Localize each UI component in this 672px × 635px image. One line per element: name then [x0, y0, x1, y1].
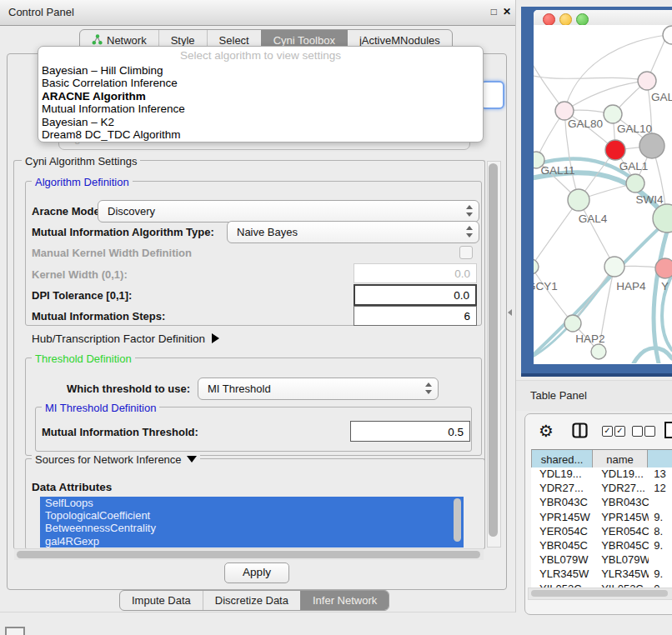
manual-kernel-label: Manual Kernel Width Definition: [32, 247, 192, 259]
table-column-header[interactable]: shared...: [532, 450, 593, 468]
aracne-mode-combo[interactable]: Discovery: [98, 200, 479, 222]
table-cell: [649, 553, 672, 568]
unchecked-checkbox-icon[interactable]: [632, 426, 643, 437]
settings-hscrollbar-thumb[interactable]: [17, 551, 480, 558]
node-label: GAL80: [568, 118, 603, 130]
splitpane-grabber-icon[interactable]: [508, 309, 512, 316]
data-attribute-item[interactable]: gal4RGexp: [40, 535, 464, 548]
network-node-gal4[interactable]: [568, 189, 589, 211]
settings-scrollbar-thumb[interactable]: [489, 163, 498, 537]
node-label: GAL10: [617, 122, 652, 135]
mi-type-combo[interactable]: Naive Bayes: [227, 221, 479, 243]
network-node-hap2[interactable]: [564, 315, 581, 332]
table-row[interactable]: YLR345WYLR345W9.: [531, 568, 672, 582]
stepper-arrows-icon: [465, 224, 473, 239]
tab-infer-network[interactable]: Infer Network: [300, 591, 389, 610]
dpi-tolerance-value: 0.0: [454, 289, 469, 302]
algorithm-dropdown-popup: Select algorithm to view settings Bayesi…: [38, 46, 484, 142]
checked-checkbox-icon[interactable]: ✓: [614, 426, 625, 437]
table-hscrollbar-track[interactable]: [528, 588, 672, 600]
table-cell: YDL19...: [531, 468, 593, 482]
close-icon[interactable]: ✕: [503, 6, 511, 18]
checked-checkbox-icon[interactable]: ✓: [602, 426, 613, 437]
table-column-header[interactable]: [648, 450, 672, 468]
floating-palette-icon[interactable]: [5, 627, 25, 635]
split-columns-icon[interactable]: [572, 422, 588, 442]
control-panel-window: Control Panel □ ✕ Network Style S: [0, 0, 516, 612]
mi-steps-field[interactable]: 6: [354, 306, 477, 326]
network-node-gcy1[interactable]: [534, 259, 539, 274]
table-row[interactable]: YDL19...YDL19...13: [531, 468, 672, 482]
unchecked-checkbox-icon[interactable]: [644, 426, 655, 437]
node-label: Y: [661, 280, 669, 292]
algorithm-item[interactable]: ARACNE Algorithm: [38, 90, 483, 102]
network-node[interactable]: [591, 344, 606, 359]
network-node-hap4[interactable]: [604, 257, 624, 277]
hub-definition-toggle[interactable]: Hub/Transcription Factor Definition: [32, 332, 219, 345]
apply-button[interactable]: Apply: [224, 562, 289, 583]
algorithm-item[interactable]: Bayesian – K2: [38, 116, 483, 128]
tab-jactivemnodules-label: jActiveMNodules: [359, 34, 440, 47]
data-attribute-item[interactable]: SelfLoops: [40, 497, 464, 509]
kernel-width-label: Kernel Width (0,1):: [32, 268, 128, 281]
mi-threshold-field[interactable]: 0.5: [350, 421, 470, 442]
table-cell: YBL079W: [531, 553, 593, 568]
network-node-y[interactable]: [655, 258, 672, 278]
table-row[interactable]: YBR043CYBR043C: [531, 496, 672, 510]
gear-icon[interactable]: ⚙: [539, 421, 554, 441]
close-traffic-light[interactable]: [543, 13, 555, 26]
table-column-header[interactable]: name: [593, 450, 647, 468]
network-canvas[interactable]: GALGAL80GAL10GAL1SWI4GAL11GAL4GCY1HAP4YH…: [534, 25, 672, 363]
control-panel-titlebar[interactable]: Control Panel □ ✕: [0, 0, 515, 26]
table-row[interactable]: YDR27...YDR27...12: [531, 482, 672, 496]
table-hscrollbar-thumb[interactable]: [531, 590, 668, 597]
float-icon[interactable]: □: [491, 6, 497, 18]
bottom-tabstrip: Impute Data Discretize Data Infer Networ…: [119, 590, 389, 611]
table-row[interactable]: YPR145WYPR145W9.: [531, 511, 672, 525]
dpi-tolerance-field[interactable]: 0.0: [354, 284, 477, 306]
network-node-gal[interactable]: [638, 72, 656, 90]
network-node[interactable]: [605, 140, 625, 160]
minimize-traffic-light[interactable]: [559, 13, 572, 26]
zoom-traffic-light[interactable]: [576, 13, 589, 26]
algorithm-combo-stepper[interactable]: [480, 81, 504, 109]
data-attribute-item[interactable]: BetweennessCentrality: [40, 522, 464, 534]
table-cell: YBL079W: [593, 553, 649, 568]
algorithm-definition-title: Algorithm Definition: [32, 176, 133, 188]
table-cell: YLR345W: [593, 568, 649, 582]
threshold-title: Threshold Definition: [32, 352, 135, 365]
manual-kernel-checkbox[interactable]: [459, 246, 473, 259]
mi-steps-label: Mutual Information Steps:: [32, 310, 165, 322]
sources-title[interactable]: Sources for Network Inference: [32, 453, 200, 466]
algorithm-item[interactable]: Basic Correlation Inference: [38, 77, 483, 89]
tab-discretize-data[interactable]: Discretize Data: [203, 591, 300, 610]
settings-scrollbar-track[interactable]: [487, 161, 501, 548]
data-attributes-list[interactable]: SelfLoopsTopologicalCoefficientBetweenne…: [40, 497, 464, 548]
document-icon[interactable]: [664, 421, 672, 442]
table-cell: YDR27...: [531, 482, 593, 496]
algorithm-item[interactable]: Bayesian – Hill Climbing: [38, 64, 483, 77]
settings-hscrollbar-track[interactable]: [14, 548, 484, 560]
list-scrollbar-thumb[interactable]: [454, 498, 461, 542]
expanded-arrow-icon: [187, 456, 197, 462]
network-node[interactable]: [639, 133, 664, 158]
panel-title: Control Panel: [8, 6, 74, 18]
table-cell: YPR145W: [531, 511, 593, 525]
algorithm-item[interactable]: Dream8 DC_TDC Algorithm: [38, 128, 483, 141]
frame-shadow: [521, 373, 672, 377]
which-threshold-combo[interactable]: MI Threshold: [198, 378, 439, 400]
network-window-titlebar[interactable]: [534, 10, 672, 26]
table-row[interactable]: YBL079WYBL079W: [531, 553, 672, 568]
table-cell: YDR27...: [593, 482, 649, 496]
table-cell: YER054C: [531, 525, 593, 539]
kernel-width-value: 0.0: [454, 268, 470, 280]
algorithm-item[interactable]: Mutual Information Inference: [38, 102, 483, 115]
network-node-gal1[interactable]: [626, 174, 644, 192]
table-row[interactable]: YBR045CYBR045C9.: [531, 539, 672, 553]
table-body[interactable]: YDL19...YDL19...13YDR27...YDR27...12YBR0…: [531, 468, 672, 588]
table-row[interactable]: YER054CYER054C8.: [531, 525, 672, 539]
table-cell: YDL19...: [593, 468, 649, 482]
data-attribute-item[interactable]: TopologicalCoefficient: [40, 509, 464, 522]
network-node-gal10[interactable]: [604, 105, 622, 123]
tab-impute-data[interactable]: Impute Data: [120, 591, 203, 610]
